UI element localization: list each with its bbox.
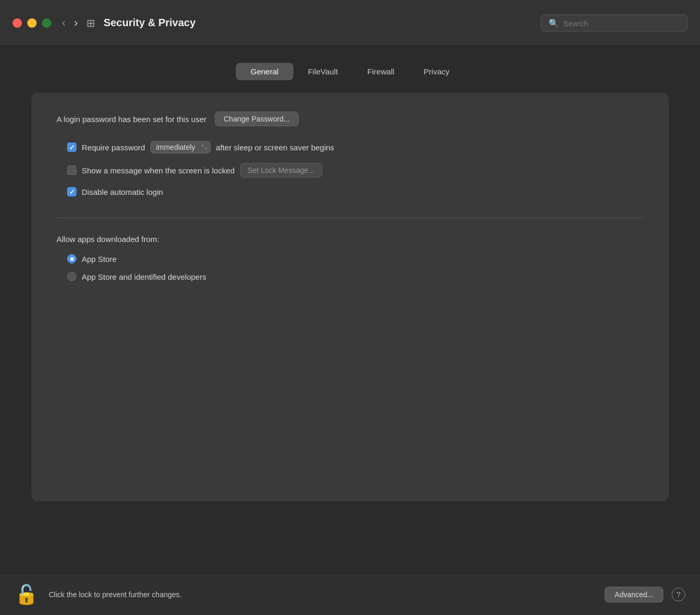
lock-icon[interactable]: 🔓	[15, 584, 38, 606]
tab-general[interactable]: General	[236, 63, 293, 80]
app-store-radio-row[interactable]: App Store	[67, 254, 643, 263]
section-divider	[57, 217, 643, 218]
window-title: Security & Privacy	[104, 17, 196, 29]
main-content: General FileVault Firewall Privacy A log…	[0, 46, 700, 573]
login-password-label: A login password has been set for this u…	[57, 115, 206, 124]
app-store-radio[interactable]	[67, 254, 76, 263]
tab-firewall[interactable]: Firewall	[353, 63, 409, 80]
password-timing-dropdown-wrap: immediately 5 seconds 1 minute 5 minutes…	[150, 141, 211, 153]
allow-apps-label: Allow apps downloaded from:	[57, 235, 643, 244]
advanced-button[interactable]: Advanced...	[605, 587, 663, 602]
checkbox-section: Require password immediately 5 seconds 1…	[67, 141, 643, 196]
app-store-identified-radio[interactable]	[67, 272, 76, 281]
tab-privacy[interactable]: Privacy	[409, 63, 464, 80]
after-sleep-label: after sleep or screen saver begins	[216, 143, 334, 152]
search-input[interactable]	[563, 18, 680, 27]
allow-apps-section: Allow apps downloaded from: App Store Ap…	[57, 235, 643, 281]
maximize-button[interactable]	[42, 18, 51, 28]
require-password-label: Require password	[82, 143, 145, 152]
app-store-identified-label: App Store and identified developers	[82, 272, 206, 281]
disable-auto-login-label: Disable automatic login	[82, 188, 163, 196]
bottom-bar: 🔓 Click the lock to prevent further chan…	[0, 573, 700, 615]
require-password-checkbox[interactable]	[67, 142, 76, 152]
disable-auto-login-row: Disable automatic login	[67, 187, 643, 196]
set-lock-message-button[interactable]: Set Lock Message...	[240, 163, 322, 178]
general-panel: A login password has been set for this u…	[31, 93, 669, 501]
change-password-button[interactable]: Change Password...	[215, 112, 299, 126]
disable-auto-login-checkbox[interactable]	[67, 187, 76, 196]
back-button[interactable]: ‹	[60, 17, 68, 29]
search-box: 🔍	[541, 14, 687, 31]
lock-label: Click the lock to prevent further change…	[49, 590, 596, 599]
titlebar: ‹ › ⊞ Security & Privacy 🔍	[0, 0, 700, 46]
grid-icon[interactable]: ⊞	[86, 17, 95, 29]
show-message-checkbox[interactable]	[67, 166, 76, 175]
app-store-label: App Store	[82, 255, 117, 263]
password-timing-dropdown[interactable]: immediately 5 seconds 1 minute 5 minutes…	[150, 141, 211, 153]
search-icon: 🔍	[549, 18, 559, 28]
help-button[interactable]: ?	[672, 588, 685, 601]
require-password-row: Require password immediately 5 seconds 1…	[67, 141, 643, 153]
app-store-identified-radio-row[interactable]: App Store and identified developers	[67, 272, 643, 281]
minimize-button[interactable]	[27, 18, 37, 28]
tabs: General FileVault Firewall Privacy	[31, 63, 669, 80]
nav-arrows: ‹ ›	[60, 17, 80, 29]
forward-button[interactable]: ›	[72, 17, 80, 29]
login-password-row: A login password has been set for this u…	[57, 112, 643, 126]
traffic-lights	[13, 18, 51, 28]
close-button[interactable]	[13, 18, 22, 28]
show-message-row: Show a message when the screen is locked…	[67, 163, 643, 178]
tab-filevault[interactable]: FileVault	[293, 63, 353, 80]
radio-section: App Store App Store and identified devel…	[67, 254, 643, 281]
show-message-label: Show a message when the screen is locked	[82, 166, 235, 175]
